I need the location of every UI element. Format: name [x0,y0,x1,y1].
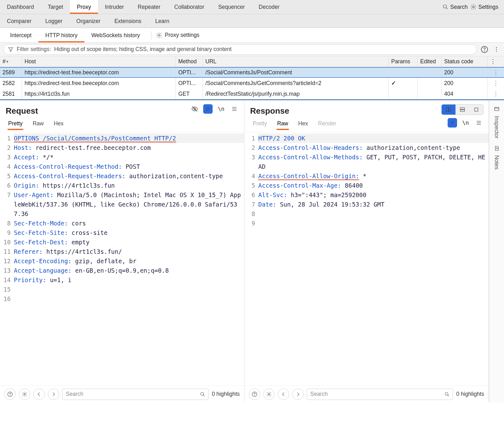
response-panel: Response \n PrettyRawHexRender 1HTTP/2 2… [244,100,489,402]
table-header: #▾ Host Method URL Params Edited Status … [0,56,504,67]
tab-dashboard[interactable]: Dashboard [0,0,41,14]
th-num[interactable]: #▾ [0,56,22,67]
th-host[interactable]: Host [22,56,176,67]
th-params[interactable]: Params [389,56,418,67]
columns-icon [446,107,451,112]
th-url[interactable]: URL [203,56,389,67]
rows-icon [460,107,465,112]
subtab-websockets-history[interactable]: WebSockets history [84,28,147,43]
layout-rows[interactable] [455,105,469,115]
rail-notes[interactable]: Notes [493,145,500,170]
tab-target[interactable]: Target [41,0,70,14]
search-icon [444,392,450,397]
more-vertical-icon [493,46,500,53]
search-icon [443,4,448,10]
request-highlights: 0 highlights [212,391,240,397]
td-params [389,68,418,77]
subtab-http-history[interactable]: HTTP history [38,28,84,43]
tab-organizer[interactable]: Organizer [69,14,107,28]
td-more[interactable]: ⋮ [488,68,504,77]
view-tab-pretty: Pretty [252,118,268,130]
tab-logger[interactable]: Logger [38,14,70,28]
filter-settings-pill[interactable]: Filter settings: Hiding out of scope ite… [3,44,477,55]
th-more[interactable]: ⋮ [488,56,504,67]
tab-intruder[interactable]: Intruder [98,0,131,14]
response-menu[interactable] [474,118,484,128]
tab-comparer[interactable]: Comparer [0,14,38,28]
response-help[interactable] [249,389,260,400]
beautify-button[interactable] [448,118,457,128]
toggle-visibility-button[interactable] [190,104,199,114]
td-params [389,78,418,88]
td-host: https://4rt1cl3s.fun [22,88,176,99]
table-row[interactable]: 2589https://redirect-test.free.beeceptor… [0,67,504,78]
svg-point-5 [484,51,484,51]
request-menu[interactable] [230,104,239,114]
request-next[interactable] [48,389,59,400]
response-toolbar [441,104,484,115]
td-host: https://redirect-test.free.beeceptor.com [22,78,176,88]
request-config[interactable] [19,389,30,400]
svg-point-7 [496,49,497,50]
layout-toggle[interactable] [441,104,484,115]
response-prev[interactable] [278,389,289,400]
rail-inspector[interactable]: Inspector [493,106,500,139]
svg-point-3 [158,34,160,36]
search-icon [200,392,205,397]
svg-point-19 [24,393,26,395]
view-tab-raw[interactable]: Raw [277,118,289,130]
filter-help[interactable] [480,45,489,54]
td-more[interactable]: ⋮ [488,88,504,99]
response-search[interactable]: Search [307,389,453,400]
layout-single[interactable] [469,105,483,115]
table-row[interactable]: 2581https://4rt1cl3s.funGET/RedirectTest… [0,88,504,99]
tab-collaborator[interactable]: Collaborator [167,0,211,14]
view-tab-raw[interactable]: Raw [32,118,44,130]
svg-rect-22 [446,108,448,111]
th-edited[interactable]: Edited [418,56,442,67]
td-params [389,88,418,99]
layout-columns[interactable] [442,105,455,115]
table-row[interactable]: 2582https://redirect-test.free.beeceptor… [0,78,504,88]
tab-proxy[interactable]: Proxy [70,0,98,14]
td-url: /Social/CommentsJs/GetComments?articleId… [203,78,389,88]
newline-toggle[interactable]: \n [216,104,226,114]
response-config[interactable] [263,389,275,400]
request-code[interactable]: 1OPTIONS /Social/CommentsJs/PostComment … [0,132,244,385]
td-url: /RedirectTestStatic/js/purify.min.js.map [203,88,389,99]
beautify-button[interactable] [203,104,213,114]
right-rail: Inspector Notes [489,100,504,402]
view-tab-hex[interactable]: Hex [298,118,309,130]
td-status: 200 [442,68,488,77]
td-status: 404 [442,88,488,99]
newline-toggle[interactable]: \n [461,118,470,128]
request-prev[interactable] [33,389,45,400]
search-action[interactable]: Search [443,4,467,10]
request-view-tabs: PrettyRawHex [0,118,244,132]
view-tab-hex[interactable]: Hex [53,118,64,130]
tab-learn[interactable]: Learn [148,14,176,28]
inspector-icon [494,106,500,113]
tab-repeater[interactable]: Repeater [131,0,167,14]
tab-extensions[interactable]: Extensions [107,14,148,28]
filter-more[interactable] [492,45,501,54]
proxy-settings-label: Proxy settings [165,32,199,38]
svg-rect-23 [449,108,451,111]
response-next[interactable] [292,389,304,400]
th-method[interactable]: Method [176,56,203,67]
tab-decoder[interactable]: Decoder [252,0,286,14]
svg-point-34 [255,395,255,395]
settings-label: Settings [478,4,498,10]
settings-action[interactable]: Settings [470,4,498,10]
request-search[interactable]: Search [62,389,209,400]
tab-sequencer[interactable]: Sequencer [211,0,252,14]
th-status[interactable]: Status code [442,56,488,67]
proxy-settings-link[interactable]: Proxy settings [156,32,199,38]
td-more[interactable]: ⋮ [488,78,504,88]
request-help[interactable] [4,389,16,400]
view-tab-pretty[interactable]: Pretty [8,118,23,130]
proxy-subtabs: InterceptHTTP historyWebSockets history … [0,28,504,43]
subtab-intercept[interactable]: Intercept [3,28,38,43]
td-method: OPTI... [176,78,203,88]
response-code[interactable]: 1HTTP/2 200 OK2Access-Control-Allow-Head… [244,132,489,385]
